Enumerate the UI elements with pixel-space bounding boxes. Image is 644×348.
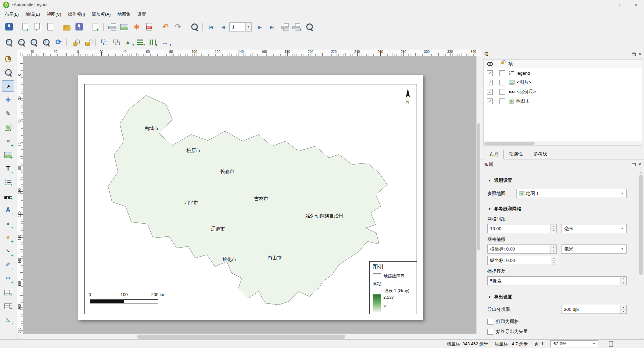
add-items-from-template-button[interactable]: [89, 21, 102, 33]
add-3d-map-button[interactable]: 3D: [2, 135, 14, 147]
load-template-button[interactable]: [60, 21, 73, 33]
add-picture-button[interactable]: [2, 149, 14, 160]
atlas-page-input[interactable]: [229, 22, 246, 31]
item-row[interactable]: ✓ <比例尺>: [484, 87, 642, 96]
canvas-vertical-scrollbar[interactable]: [476, 56, 481, 334]
undock-panel-icon[interactable]: [632, 163, 636, 166]
close-panel-icon[interactable]: [638, 52, 641, 56]
save-as-template-button[interactable]: [73, 21, 85, 33]
atlas-settings-button[interactable]: [303, 21, 316, 33]
export-atlas-button[interactable]: ▾: [291, 21, 303, 33]
close-button[interactable]: [629, 0, 644, 10]
unlock-all-button[interactable]: [81, 37, 94, 48]
layout-manager-button[interactable]: [44, 21, 56, 33]
panel-vertical-scrollbar[interactable]: ▲: [639, 169, 643, 339]
grid-offset-y-input[interactable]: 纵坐标: 0.00: [487, 256, 557, 265]
add-label-button[interactable]: T: [2, 163, 14, 174]
close-panel-icon[interactable]: [638, 162, 641, 166]
add-node-item-button[interactable]: ✐: [2, 259, 14, 270]
print-atlas-button[interactable]: [278, 21, 291, 33]
spin-up-icon[interactable]: [551, 224, 556, 229]
zoom-slider-thumb[interactable]: [609, 341, 613, 347]
add-north-arrow-button[interactable]: A: [2, 204, 14, 215]
item-lock-checkbox[interactable]: [499, 70, 505, 76]
add-fixed-table-button[interactable]: [2, 300, 14, 311]
add-shape-button[interactable]: ▲: [2, 218, 14, 229]
redo-button[interactable]: ↷: [172, 21, 184, 33]
export-image-button[interactable]: [118, 21, 130, 33]
zoom-actual-button[interactable]: 1: [40, 37, 52, 48]
zoom-layout-button[interactable]: [2, 67, 14, 78]
duplicate-layout-button[interactable]: [32, 21, 44, 33]
pan-layout-button[interactable]: [2, 53, 14, 64]
menu-atlas[interactable]: 地图集: [114, 10, 134, 19]
add-marker-button[interactable]: ★: [2, 231, 14, 243]
atlas-last-feature-button[interactable]: ▶|: [266, 21, 278, 33]
raise-items-button[interactable]: ▲ ▾: [122, 37, 135, 48]
export-pdf-button[interactable]: [143, 21, 155, 33]
tab-layout[interactable]: 布局: [484, 150, 504, 159]
spin-down-icon[interactable]: [551, 229, 556, 233]
layout-page[interactable]: 白城市松原市长春市四平市吉林市辽源市延边朝鲜族自治州通化市白山市 N 01002…: [78, 75, 423, 320]
canvas-horizontal-scrollbar[interactable]: [23, 334, 476, 339]
add-legend-button[interactable]: [2, 177, 14, 188]
grid-offset-unit-select[interactable]: 毫米: [561, 245, 627, 254]
item-row[interactable]: ✓ <图片>: [484, 78, 642, 87]
export-resolution-input[interactable]: 300 dpi: [561, 305, 627, 314]
export-svg-button[interactable]: ✱: [130, 21, 143, 33]
atlas-next-feature-button[interactable]: ▶: [254, 21, 266, 33]
spin-up-icon[interactable]: [551, 245, 556, 249]
preview-atlas-button[interactable]: [188, 21, 201, 33]
ungroup-items-button[interactable]: [110, 37, 122, 48]
tab-item-properties[interactable]: 项属性: [504, 149, 528, 159]
minimize-button[interactable]: [598, 0, 613, 10]
zoom-slider[interactable]: [605, 341, 639, 347]
item-lock-checkbox[interactable]: [499, 98, 505, 104]
spin-down-icon[interactable]: [621, 281, 626, 285]
item-row[interactable]: ✓ 地图 1: [484, 96, 642, 106]
print-layout-button[interactable]: [106, 21, 118, 33]
scroll-up-icon[interactable]: ▲: [639, 169, 643, 174]
spin-down-icon[interactable]: [551, 249, 556, 253]
zoom-level-select[interactable]: 62.0%: [550, 340, 598, 347]
select-move-item-button[interactable]: ➤: [2, 80, 14, 92]
align-items-button[interactable]: ▾: [135, 37, 147, 48]
items-horizontal-scrollbar[interactable]: [484, 141, 642, 145]
new-layout-button[interactable]: [19, 21, 32, 33]
add-arrow-button[interactable]: ➘: [2, 245, 14, 257]
atlas-previous-feature-button[interactable]: ◀: [217, 21, 229, 33]
menu-settings[interactable]: 设置: [134, 10, 149, 19]
maximize-button[interactable]: [613, 0, 629, 10]
undock-panel-icon[interactable]: [632, 53, 636, 56]
item-lock-checkbox[interactable]: [499, 89, 505, 95]
grid-spacing-unit-select[interactable]: 毫米: [561, 224, 627, 233]
spin-up-icon[interactable]: [551, 256, 557, 261]
reference-map-select[interactable]: 地图 1: [516, 189, 627, 198]
item-lock-checkbox[interactable]: [499, 80, 505, 85]
add-elevation-profile-button[interactable]: ◺: [2, 314, 14, 325]
menu-layout[interactable]: 布局(L): [1, 10, 22, 19]
grid-offset-x-input[interactable]: 横坐标: 0.00: [487, 245, 557, 254]
add-html-button[interactable]: </>: [2, 273, 14, 284]
menu-add-item[interactable]: 添加项(A): [89, 10, 114, 19]
grid-spacing-input[interactable]: 10.00: [487, 224, 557, 233]
menu-view[interactable]: 视图(V): [43, 10, 64, 19]
tab-guides[interactable]: 参考线: [528, 149, 553, 159]
zoom-full-button[interactable]: □: [28, 37, 40, 48]
zoom-out-button[interactable]: −: [15, 37, 28, 48]
add-map-button[interactable]: [2, 122, 14, 133]
spin-down-icon[interactable]: [551, 261, 557, 265]
move-item-content-button[interactable]: ✛: [2, 94, 14, 106]
layout-canvas[interactable]: 白城市松原市长春市四平市吉林市辽源市延边朝鲜族自治州通化市白山市 N 01002…: [23, 56, 476, 334]
export-settings-section[interactable]: 导出设置: [487, 294, 627, 300]
resize-items-button[interactable]: ↔ ▾: [160, 37, 172, 48]
item-visibility-checkbox[interactable]: ✓: [487, 89, 493, 95]
atlas-page-dropdown-button[interactable]: [246, 22, 252, 31]
always-export-vector-checkbox[interactable]: 始终导出为矢量: [487, 329, 627, 335]
spin-up-icon[interactable]: [621, 277, 626, 281]
menu-edit[interactable]: 编辑(E): [22, 10, 43, 19]
refresh-view-button[interactable]: ⟳: [52, 37, 65, 48]
menu-items[interactable]: 操作项(I): [65, 10, 89, 19]
undo-button[interactable]: ↶: [159, 21, 172, 33]
group-items-button[interactable]: [98, 37, 110, 48]
